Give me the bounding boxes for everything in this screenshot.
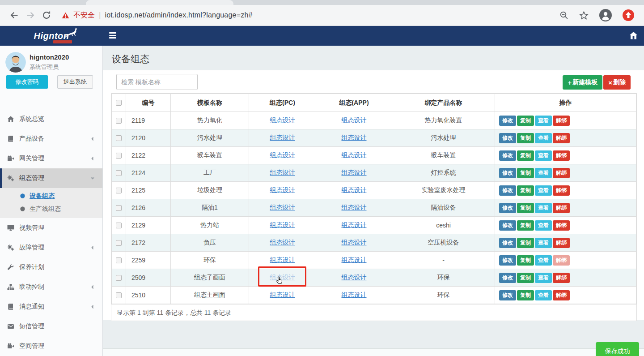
pc-config-link[interactable]: 组态设计 <box>270 204 295 211</box>
pc-config-link[interactable]: 组态设计 <box>270 134 295 141</box>
edit-button[interactable]: 修改 <box>499 290 516 300</box>
row-checkbox[interactable] <box>116 240 122 246</box>
edit-button[interactable]: 修改 <box>499 220 516 231</box>
sidebar-item-overview[interactable]: 系统总览 <box>0 109 102 129</box>
view-button[interactable]: 查看 <box>535 185 552 196</box>
browser-back-button[interactable] <box>6 7 22 23</box>
row-checkbox[interactable] <box>116 223 122 228</box>
pc-config-link[interactable]: 组态设计 <box>270 256 295 263</box>
sidebar-item-linkage[interactable]: 联动控制 <box>0 277 102 297</box>
view-button[interactable]: 查看 <box>535 290 552 300</box>
home-icon[interactable] <box>629 31 638 40</box>
app-config-link[interactable]: 组态设计 <box>342 204 367 211</box>
edit-button[interactable]: 修改 <box>499 150 516 161</box>
view-button[interactable]: 查看 <box>535 203 552 213</box>
hamburger-menu-icon[interactable] <box>109 32 116 39</box>
app-config-link[interactable]: 组态设计 <box>342 151 367 159</box>
pc-config-link[interactable]: 组态设计 <box>270 151 295 159</box>
app-config-link[interactable]: 组态设计 <box>342 291 367 298</box>
copy-button[interactable]: 复制 <box>517 220 534 231</box>
unbind-button[interactable]: 解绑 <box>553 238 570 248</box>
unbind-button[interactable]: 解绑 <box>553 116 570 126</box>
copy-button[interactable]: 复制 <box>517 133 534 143</box>
search-input[interactable] <box>116 74 198 90</box>
view-button[interactable]: 查看 <box>535 133 552 143</box>
copy-button[interactable]: 复制 <box>517 203 534 213</box>
copy-button[interactable]: 复制 <box>517 150 534 161</box>
app-config-link[interactable]: 组态设计 <box>342 274 367 281</box>
new-template-button[interactable]: +新建模板 <box>563 75 602 90</box>
edit-button[interactable]: 修改 <box>499 185 516 196</box>
view-button[interactable]: 查看 <box>535 255 552 266</box>
sidebar-subitem-device-config[interactable]: 设备组态 <box>0 189 102 202</box>
edit-button[interactable]: 修改 <box>499 116 516 126</box>
browser-tab[interactable] <box>86 0 233 5</box>
pc-config-link[interactable]: 组态设计 <box>270 169 295 176</box>
copy-button[interactable]: 复制 <box>517 238 534 248</box>
view-button[interactable]: 查看 <box>535 273 552 283</box>
copy-button[interactable]: 复制 <box>517 168 534 178</box>
pc-config-link[interactable]: 组态设计 <box>270 291 295 298</box>
app-config-link[interactable]: 组态设计 <box>342 134 367 141</box>
profile-avatar-icon[interactable] <box>599 9 612 21</box>
logout-button[interactable]: 退出系统 <box>57 75 93 89</box>
pc-config-link[interactable]: 组态设计 <box>270 186 295 193</box>
row-checkbox[interactable] <box>116 205 122 211</box>
unbind-button[interactable]: 解绑 <box>553 133 570 143</box>
edit-button[interactable]: 修改 <box>499 203 516 213</box>
row-checkbox[interactable] <box>116 275 122 281</box>
sidebar-item-gateway[interactable]: 网关管理 <box>0 149 102 168</box>
unbind-button[interactable]: 解绑 <box>553 290 570 300</box>
row-checkbox[interactable] <box>116 292 122 298</box>
view-button[interactable]: 查看 <box>535 150 552 161</box>
app-config-link[interactable]: 组态设计 <box>342 116 367 124</box>
user-avatar[interactable] <box>5 52 26 73</box>
row-checkbox[interactable] <box>116 188 122 193</box>
sidebar-item-config[interactable]: 组态管理 <box>0 168 102 188</box>
delete-button[interactable]: ×删除 <box>603 75 631 90</box>
app-config-link[interactable]: 组态设计 <box>342 221 367 228</box>
unbind-button[interactable]: 解绑 <box>553 150 570 161</box>
unbind-button[interactable]: 解绑 <box>553 168 570 178</box>
unbind-button[interactable]: 解绑 <box>553 273 570 283</box>
sidebar-item-space[interactable]: 空间管理 <box>0 336 102 356</box>
copy-button[interactable]: 复制 <box>517 255 534 266</box>
sidebar-item-video-mgmt[interactable]: 视频管理 <box>0 218 102 238</box>
change-password-button[interactable]: 修改密码 <box>6 75 48 89</box>
sidebar-item-maintenance[interactable]: 保养计划 <box>0 257 102 277</box>
zoom-out-icon[interactable] <box>559 11 568 20</box>
sidebar-subitem-line-config[interactable]: 生产线组态 <box>0 202 102 215</box>
sidebar-item-fault[interactable]: 故障管理 <box>0 238 102 257</box>
edit-button[interactable]: 修改 <box>499 238 516 248</box>
address-bar[interactable]: 不安全 | iot.idosp.net/admin/index.html?lan… <box>62 11 253 20</box>
unbind-button[interactable]: 解绑 <box>553 185 570 196</box>
url-text[interactable]: iot.idosp.net/admin/index.html?language=… <box>105 11 252 19</box>
unbind-button[interactable]: 解绑 <box>553 203 570 213</box>
view-button[interactable]: 查看 <box>535 168 552 178</box>
browser-reload-button[interactable] <box>38 7 55 23</box>
unbind-button[interactable]: 解绑 <box>553 255 570 266</box>
app-config-link[interactable]: 组态设计 <box>342 169 367 176</box>
sidebar-item-message[interactable]: 消息通知 <box>0 297 102 317</box>
sidebar-item-product[interactable]: 产品设备 <box>0 129 102 149</box>
app-config-link[interactable]: 组态设计 <box>342 256 367 263</box>
row-checkbox[interactable] <box>116 135 122 141</box>
edit-button[interactable]: 修改 <box>499 255 516 266</box>
copy-button[interactable]: 复制 <box>517 273 534 283</box>
logo[interactable]: Hignton <box>0 26 103 46</box>
unbind-button[interactable]: 解绑 <box>553 220 570 231</box>
pc-config-link[interactable]: 组态设计 <box>270 221 295 228</box>
row-checkbox[interactable] <box>116 170 122 176</box>
edit-button[interactable]: 修改 <box>499 133 516 143</box>
pc-config-link[interactable]: 组态设计 <box>270 239 295 246</box>
pc-config-link[interactable]: 组态设计 <box>270 116 295 124</box>
row-checkbox[interactable] <box>116 153 122 159</box>
select-all-checkbox[interactable] <box>116 100 122 106</box>
browser-forward-button[interactable] <box>22 7 38 23</box>
view-button[interactable]: 查看 <box>535 238 552 248</box>
copy-button[interactable]: 复制 <box>517 290 534 300</box>
edit-button[interactable]: 修改 <box>499 273 516 283</box>
sidebar-item-sms[interactable]: 短信管理 <box>0 317 102 336</box>
row-checkbox[interactable] <box>116 257 122 263</box>
edit-button[interactable]: 修改 <box>499 168 516 178</box>
